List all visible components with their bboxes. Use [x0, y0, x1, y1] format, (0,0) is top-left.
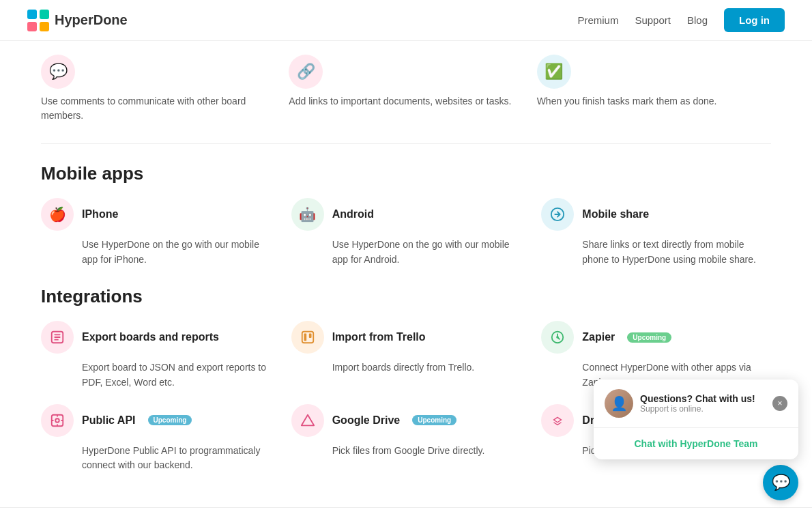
feature-done-desc: When you finish tasks mark them as done.	[537, 94, 771, 109]
chat-avatar: 👤	[605, 389, 633, 418]
iphone-icon: 🍎	[41, 198, 74, 231]
card-iphone-header: 🍎 IPhone	[41, 198, 271, 231]
card-google-drive: Google Drive Upcoming Pick files from Go…	[291, 404, 521, 473]
svg-rect-8	[308, 334, 311, 338]
done-icon: ✅	[537, 55, 571, 89]
chat-widget-header: 👤 Questions? Chat with us! Support is on…	[594, 380, 798, 428]
top-features-row: 💬 Use comments to communicate with other…	[41, 41, 771, 144]
svg-rect-7	[304, 334, 306, 341]
dropbox-icon	[541, 404, 574, 437]
card-export: Export boards and reports Export board t…	[41, 321, 271, 390]
card-iphone-desc: Use HyperDone on the go with our mobile …	[41, 238, 271, 267]
feature-links-desc: Add links to important documents, websit…	[289, 94, 523, 109]
google-drive-icon	[291, 404, 324, 437]
api-badge: Upcoming	[148, 415, 192, 425]
feature-links: 🔗 Add links to important documents, webs…	[289, 55, 523, 123]
feature-comments: 💬 Use comments to communicate with other…	[41, 55, 275, 123]
card-import-trello-desc: Import boards directly from Trello.	[291, 360, 521, 375]
svg-rect-1	[40, 10, 49, 19]
card-import-trello-header: Import from Trello	[291, 321, 521, 354]
login-button[interactable]: Log in	[724, 8, 785, 32]
nav-blog[interactable]: Blog	[687, 14, 708, 26]
export-icon	[41, 321, 74, 354]
card-import-trello: Import from Trello Import boards directl…	[291, 321, 521, 390]
api-icon	[41, 404, 74, 437]
card-google-drive-title: Google Drive	[332, 414, 401, 427]
card-android-title: Android	[332, 208, 374, 220]
card-android-desc: Use HyperDone on the go with our mobile …	[291, 238, 521, 267]
card-public-api: Public API Upcoming HyperDone Public API…	[41, 404, 271, 473]
svg-point-12	[55, 418, 59, 423]
gdrive-badge: Upcoming	[412, 415, 456, 425]
svg-rect-0	[27, 10, 37, 19]
card-public-api-header: Public API Upcoming	[41, 404, 271, 437]
feature-done: ✅ When you finish tasks mark them as don…	[537, 55, 771, 123]
svg-point-10	[556, 337, 559, 339]
svg-rect-6	[302, 332, 313, 343]
chat-status: Support is online.	[640, 404, 755, 414]
chat-close-button[interactable]: ×	[772, 396, 787, 411]
card-import-trello-title: Import from Trello	[332, 331, 426, 343]
chat-bubble-button[interactable]: 💬	[763, 465, 798, 500]
logo-icon	[27, 10, 49, 31]
card-mobile-share-header: Mobile share	[541, 198, 771, 231]
zapier-badge: Upcoming	[627, 332, 671, 343]
main-nav: Premium Support Blog Log in	[577, 8, 785, 32]
chat-text: Questions? Chat with us! Support is onli…	[640, 393, 755, 414]
chat-widget: 👤 Questions? Chat with us! Support is on…	[594, 380, 798, 459]
card-export-desc: Export board to JSON and export reports …	[41, 360, 271, 390]
svg-rect-2	[27, 22, 37, 31]
comments-icon: 💬	[41, 55, 75, 89]
card-mobile-share: Mobile share Share links or text directl…	[541, 198, 771, 267]
svg-rect-3	[40, 22, 49, 31]
feature-comments-desc: Use comments to communicate with other b…	[41, 94, 275, 123]
card-zapier-title: Zapier	[582, 331, 615, 343]
card-public-api-title: Public API	[82, 414, 136, 427]
card-iphone-title: IPhone	[82, 208, 118, 220]
card-mobile-share-title: Mobile share	[582, 208, 649, 220]
logo-text: HyperDone	[55, 12, 128, 28]
card-public-api-desc: HyperDone Public API to programmaticaly …	[41, 444, 271, 473]
card-android-header: 🤖 Android	[291, 198, 521, 231]
integrations-section-title: Integrations	[41, 286, 771, 307]
mobile-share-icon	[541, 198, 574, 231]
mobile-section-title: Mobile apps	[41, 163, 771, 184]
nav-support[interactable]: Support	[635, 14, 671, 26]
card-export-title: Export boards and reports	[82, 331, 219, 343]
mobile-apps-grid: 🍎 IPhone Use HyperDone on the go with ou…	[41, 198, 771, 267]
chat-title: Questions? Chat with us!	[640, 393, 755, 404]
trello-icon	[291, 321, 324, 354]
chat-cta-link[interactable]: Chat with HyperDone Team	[635, 438, 758, 449]
card-iphone: 🍎 IPhone Use HyperDone on the go with ou…	[41, 198, 271, 267]
svg-marker-13	[301, 415, 313, 426]
card-mobile-share-desc: Share links or text directly from mobile…	[541, 238, 771, 267]
chat-action: Chat with HyperDone Team	[594, 428, 798, 459]
links-icon: 🔗	[289, 55, 323, 89]
logo[interactable]: HyperDone	[27, 10, 128, 31]
android-icon: 🤖	[291, 198, 324, 231]
card-google-drive-desc: Pick files from Google Drive directly.	[291, 444, 521, 459]
card-android: 🤖 Android Use HyperDone on the go with o…	[291, 198, 521, 267]
card-zapier-header: Zapier Upcoming	[541, 321, 771, 354]
chat-info: 👤 Questions? Chat with us! Support is on…	[605, 389, 755, 418]
nav-premium[interactable]: Premium	[577, 14, 618, 26]
zapier-icon	[541, 321, 574, 354]
footer: ✉️ Contact Us in LinkedIn f Facebook 🐦 T…	[0, 507, 812, 514]
card-export-header: Export boards and reports	[41, 321, 271, 354]
card-google-drive-header: Google Drive Upcoming	[291, 404, 521, 437]
header: HyperDone Premium Support Blog Log in	[0, 0, 812, 41]
